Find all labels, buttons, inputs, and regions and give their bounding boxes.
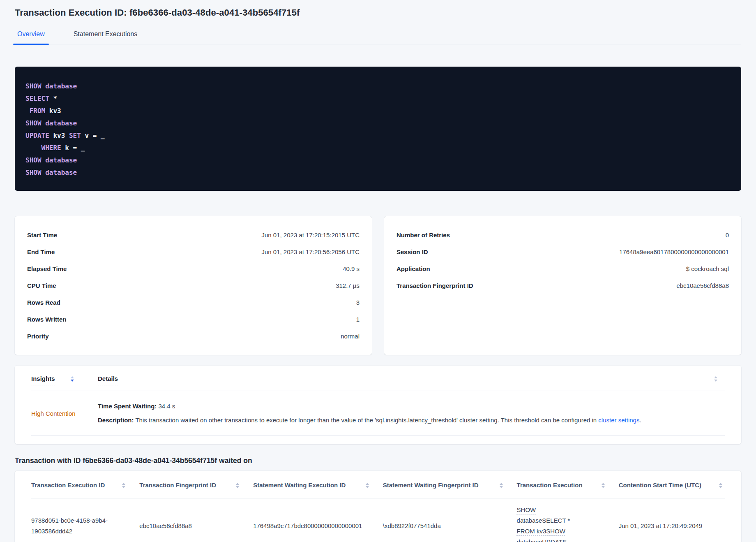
column-header-transaction-fingerprint-id[interactable]: Transaction Fingerprint ID	[139, 482, 253, 498]
stat-row-cpu-time: CPU Time 312.7 µs	[27, 277, 360, 294]
page-title: Transaction Execution ID: f6be6366-da03-…	[15, 7, 741, 18]
cell-statement-waiting-fingerprint-id: \xdb8922f077541dda	[383, 521, 517, 531]
summary-cards: Start Time Jun 01, 2023 at 17:20:15:2015…	[15, 216, 741, 355]
column-header-transaction-execution-id[interactable]: Transaction Execution ID	[31, 482, 139, 498]
insight-details: Time Spent Waiting: 34.4 s Description: …	[98, 402, 725, 424]
sort-icon[interactable]	[714, 375, 717, 382]
column-header-statement-waiting-execution-id[interactable]: Statement Waiting Execution ID	[253, 482, 383, 498]
sql-line: SELECT *	[25, 93, 731, 105]
stat-row-retries: Number of Retries 0	[396, 227, 729, 243]
execution-stats-card: Start Time Jun 01, 2023 at 17:20:15:2015…	[15, 216, 372, 355]
time-spent-waiting: Time Spent Waiting: 34.4 s	[98, 402, 725, 410]
waited-on-heading: Transaction with ID f6be6366-da03-48de-a…	[15, 456, 741, 465]
cell-transaction-fingerprint-id: ebc10ae56cfd88a8	[139, 521, 253, 531]
insights-table-card: Insights Details High Contention Time Sp…	[15, 366, 741, 444]
insight-row: High Contention Time Spent Waiting: 34.4…	[31, 391, 725, 436]
column-header-transaction-execution[interactable]: Transaction Execution	[517, 482, 619, 498]
sort-icon[interactable]	[500, 482, 503, 488]
waited-on-table-card: Transaction Execution ID Transaction Fin…	[15, 471, 741, 542]
stat-row-elapsed-time: Elapsed Time 40.9 s	[27, 260, 360, 277]
sql-line: SHOW database	[25, 117, 731, 130]
stat-row-rows-written: Rows Written 1	[27, 311, 360, 328]
sql-line: UPDATE kv3 SET v = _	[25, 130, 731, 142]
insight-type-badge: High Contention	[31, 410, 98, 417]
stat-row-session-id: Session ID 17648a9eea6017800000000000000…	[396, 243, 729, 260]
cell-statement-waiting-execution-id: 176498a9c717bdc80000000000000001	[253, 521, 383, 531]
table-row: 9738d051-bc0e-4158-a9b4-1903586ddd42 ebc…	[31, 498, 725, 542]
session-stats-card: Number of Retries 0 Session ID 17648a9ee…	[384, 216, 741, 355]
cell-contention-start-time: Jun 01, 2023 at 17:20:49:2049	[619, 521, 725, 531]
cluster-settings-link[interactable]: cluster settings	[598, 417, 639, 424]
sql-line: WHERE k = _	[25, 142, 731, 154]
sql-line: SHOW database	[25, 167, 731, 179]
waited-on-table-header: Transaction Execution ID Transaction Fin…	[31, 471, 725, 498]
sort-icon[interactable]	[122, 482, 125, 488]
transaction-fingerprint-id-link[interactable]: ebc10ae56cfd88a8	[676, 282, 729, 289]
stat-row-application: Application $ cockroach sql	[396, 260, 729, 277]
transaction-execution-link[interactable]: SHOW databaseSELECT * FROM kv3SHOW datab…	[517, 505, 586, 542]
cell-transaction-execution: SHOW databaseSELECT * FROM kv3SHOW datab…	[517, 505, 619, 542]
sql-line: SHOW database	[25, 154, 731, 167]
sql-line: SHOW database	[25, 80, 731, 93]
stat-row-transaction-fingerprint-id: Transaction Fingerprint ID ebc10ae56cfd8…	[396, 277, 729, 294]
insight-description: Description: This transaction waited on …	[98, 416, 725, 424]
insights-table-header: Insights Details	[31, 366, 725, 391]
tab-statement-executions[interactable]: Statement Executions	[71, 28, 140, 44]
sql-line: FROM kv3	[25, 105, 731, 117]
sort-icon[interactable]	[236, 482, 239, 488]
sort-icon[interactable]	[719, 482, 722, 488]
column-header-contention-start-time[interactable]: Contention Start Time (UTC)	[619, 482, 725, 498]
stat-row-end-time: End Time Jun 01, 2023 at 17:20:56:2056 U…	[27, 243, 360, 260]
cell-transaction-execution-id: 9738d051-bc0e-4158-a9b4-1903586ddd42	[31, 515, 139, 537]
sort-icon[interactable]	[366, 482, 369, 488]
sort-desc-icon[interactable]	[71, 375, 74, 382]
stat-row-start-time: Start Time Jun 01, 2023 at 17:20:15:2015…	[27, 227, 360, 243]
sql-statements-box: SHOW database SELECT * FROM kv3 SHOW dat…	[15, 67, 741, 191]
column-header-statement-waiting-fingerprint-id[interactable]: Statement Waiting Fingerprint ID	[383, 482, 517, 498]
tab-bar: Overview Statement Executions	[15, 28, 741, 44]
stat-row-priority: Priority normal	[27, 328, 360, 345]
stat-row-rows-read: Rows Read 3	[27, 294, 360, 311]
insights-column-header[interactable]: Insights	[31, 375, 98, 385]
transaction-details-page: Transaction Execution ID: f6be6366-da03-…	[0, 0, 756, 542]
tab-overview[interactable]: Overview	[15, 28, 47, 44]
sort-icon[interactable]	[602, 482, 605, 488]
details-column-header[interactable]: Details	[98, 375, 118, 382]
